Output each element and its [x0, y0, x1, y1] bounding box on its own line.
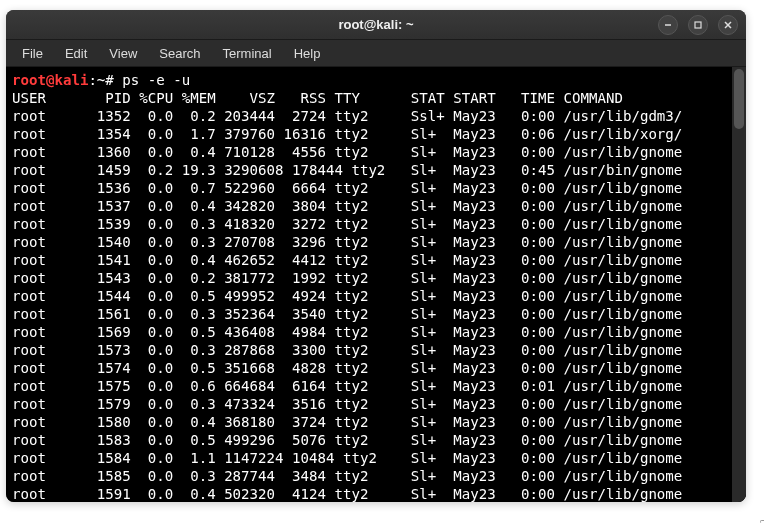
ps-row: root 1354 0.0 1.7 379760 16316 tty2 Sl+ …	[12, 125, 740, 143]
ps-row: root 1459 0.2 19.3 3290608 178444 tty2 S…	[12, 161, 740, 179]
window-title: root@kali: ~	[338, 17, 413, 32]
minimize-button[interactable]	[658, 15, 678, 35]
ps-row: root 1585 0.0 0.3 287744 3484 tty2 Sl+ M…	[12, 467, 740, 485]
menu-search[interactable]: Search	[149, 42, 210, 65]
ps-row: root 1579 0.0 0.3 473324 3516 tty2 Sl+ M…	[12, 395, 740, 413]
svg-rect-1	[695, 22, 701, 28]
menu-view[interactable]: View	[99, 42, 147, 65]
close-button[interactable]	[718, 15, 738, 35]
menu-help[interactable]: Help	[284, 42, 331, 65]
ps-row: root 1541 0.0 0.4 462652 4412 tty2 Sl+ M…	[12, 251, 740, 269]
menu-terminal[interactable]: Terminal	[213, 42, 282, 65]
ps-row: root 1584 0.0 1.1 1147224 10484 tty2 Sl+…	[12, 449, 740, 467]
ps-row: root 1540 0.0 0.3 270708 3296 tty2 Sl+ M…	[12, 233, 740, 251]
scrollbar[interactable]	[732, 67, 746, 502]
menubar: File Edit View Search Terminal Help	[6, 40, 746, 67]
ps-row: root 1544 0.0 0.5 499952 4924 tty2 Sl+ M…	[12, 287, 740, 305]
ps-row: root 1591 0.0 0.4 502320 4124 tty2 Sl+ M…	[12, 485, 740, 502]
maximize-icon	[693, 20, 703, 30]
window-controls	[658, 15, 738, 35]
ps-row: root 1539 0.0 0.3 418320 3272 tty2 Sl+ M…	[12, 215, 740, 233]
ps-row: root 1561 0.0 0.3 352364 3540 tty2 Sl+ M…	[12, 305, 740, 323]
close-icon	[723, 20, 733, 30]
menu-file[interactable]: File	[12, 42, 53, 65]
ps-row: root 1574 0.0 0.5 351668 4828 tty2 Sl+ M…	[12, 359, 740, 377]
ps-row: root 1537 0.0 0.4 342820 3804 tty2 Sl+ M…	[12, 197, 740, 215]
menu-edit[interactable]: Edit	[55, 42, 97, 65]
ps-row: root 1583 0.0 0.5 499296 5076 tty2 Sl+ M…	[12, 431, 740, 449]
ps-row: root 1543 0.0 0.2 381772 1992 tty2 Sl+ M…	[12, 269, 740, 287]
terminal-window: root@kali: ~ File Edit View Search Termi…	[6, 10, 746, 502]
scrollbar-thumb[interactable]	[734, 69, 744, 129]
prompt-user: root@kali	[12, 72, 88, 88]
ps-row: root 1573 0.0 0.3 287868 3300 tty2 Sl+ M…	[12, 341, 740, 359]
maximize-button[interactable]	[688, 15, 708, 35]
ps-row: root 1536 0.0 0.7 522960 6664 tty2 Sl+ M…	[12, 179, 740, 197]
watermark: wsxdn.com	[757, 519, 764, 523]
ps-header: USER PID %CPU %MEM VSZ RSS TTY STAT STAR…	[12, 89, 740, 107]
ps-row: root 1575 0.0 0.6 664684 6164 tty2 Sl+ M…	[12, 377, 740, 395]
ps-row: root 1352 0.0 0.2 203444 2724 tty2 Ssl+ …	[12, 107, 740, 125]
ps-row: root 1569 0.0 0.5 436408 4984 tty2 Sl+ M…	[12, 323, 740, 341]
ps-row: root 1360 0.0 0.4 710128 4556 tty2 Sl+ M…	[12, 143, 740, 161]
titlebar: root@kali: ~	[6, 10, 746, 40]
minimize-icon	[663, 20, 673, 30]
terminal-output[interactable]: root@kali:~# ps -e -uUSER PID %CPU %MEM …	[6, 67, 746, 502]
prompt-command: ps -e -u	[122, 72, 190, 88]
ps-row: root 1580 0.0 0.4 368180 3724 tty2 Sl+ M…	[12, 413, 740, 431]
prompt-path: :~#	[88, 72, 122, 88]
